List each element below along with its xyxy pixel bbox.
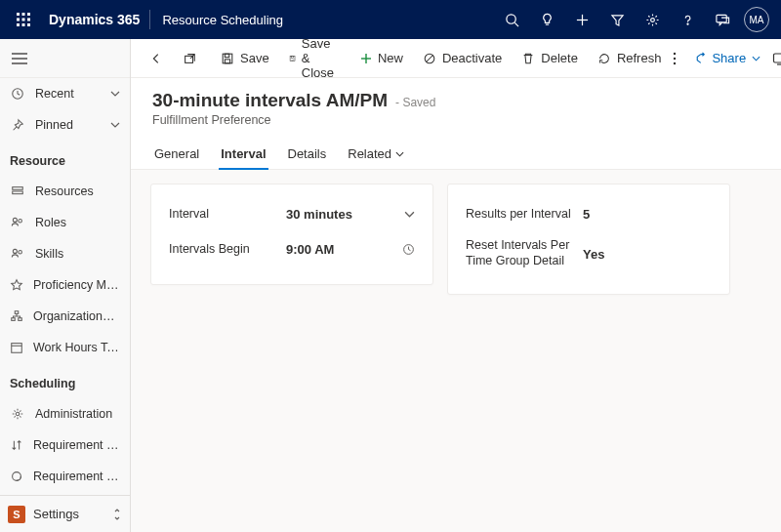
field-label: Reset Intervals Per Time Group Detail	[466, 238, 583, 268]
sidebar-item-pinned[interactable]: Pinned	[0, 109, 130, 141]
svg-rect-16	[717, 15, 726, 22]
org-icon	[10, 308, 23, 324]
sidebar-item-work-hours[interactable]: Work Hours Temp…	[0, 332, 130, 363]
chevron-down-icon	[110, 122, 120, 128]
refresh-button[interactable]: Refresh	[590, 43, 670, 74]
sidebar-item-roles[interactable]: Roles	[0, 207, 130, 238]
search-icon[interactable]	[494, 0, 529, 39]
field-intervals-begin[interactable]: Intervals Begin 9:00 AM	[169, 231, 415, 266]
assistant-icon[interactable]	[772, 43, 781, 74]
chevron-down-icon	[110, 91, 120, 97]
field-label: Interval	[169, 207, 286, 221]
tab-related[interactable]: Related	[346, 139, 406, 169]
sidebar-item-org-units[interactable]: Organizational Un…	[0, 301, 130, 332]
share-button[interactable]: Share	[684, 43, 768, 74]
people-icon	[10, 215, 25, 230]
svg-rect-4	[22, 19, 25, 21]
filter-icon[interactable]	[599, 0, 635, 39]
open-new-window-button[interactable]	[174, 43, 205, 74]
sidebar-item-administration[interactable]: Administration	[0, 398, 130, 430]
field-value: 5	[583, 207, 590, 222]
sidebar-section-scheduling: Scheduling	[0, 363, 130, 398]
sidebar-item-req-status[interactable]: Requirement Stat…	[0, 461, 130, 492]
command-bar: Save Save & Close New Deactivate Delete …	[131, 39, 781, 78]
chat-icon[interactable]	[705, 0, 740, 39]
plus-icon[interactable]	[564, 0, 599, 39]
svg-rect-8	[27, 23, 30, 26]
svg-rect-29	[19, 318, 22, 321]
entity-name: Fulfillment Preference	[152, 113, 760, 127]
sort-icon	[10, 437, 23, 453]
avatar[interactable]: MA	[744, 7, 769, 32]
new-button[interactable]: New	[352, 43, 411, 74]
sidebar-item-skills[interactable]: Skills	[0, 238, 130, 269]
form-section-left: Interval 30 minutes Intervals Begin 9:00…	[150, 184, 433, 285]
svg-point-23	[13, 218, 17, 222]
svg-rect-5	[27, 19, 30, 21]
field-label: Results per Interval	[466, 207, 583, 221]
svg-point-15	[686, 23, 687, 24]
lightbulb-icon[interactable]	[529, 0, 564, 39]
svg-rect-0	[17, 13, 20, 16]
global-nav: Dynamics 365 Resource Scheduling MA	[0, 0, 781, 39]
people-icon	[10, 246, 25, 262]
list-icon	[10, 184, 25, 199]
field-value: Yes	[583, 247, 604, 262]
form-header: 30-minute intervals AM/PM - Saved Fulfil…	[131, 78, 781, 127]
page-title: 30-minute intervals AM/PM	[152, 90, 388, 111]
svg-point-32	[16, 412, 20, 416]
main-area: Save Save & Close New Deactivate Delete …	[131, 39, 781, 532]
clock-icon	[402, 243, 415, 256]
overflow-button[interactable]	[673, 43, 677, 74]
svg-rect-22	[13, 191, 23, 194]
svg-point-14	[650, 18, 654, 21]
svg-rect-53	[774, 54, 781, 62]
tab-details[interactable]: Details	[286, 139, 329, 169]
svg-line-49	[426, 55, 432, 61]
sidebar-item-proficiency[interactable]: Proficiency Models	[0, 269, 130, 301]
svg-line-10	[514, 22, 518, 26]
svg-rect-2	[27, 13, 30, 16]
sidebar-toggle[interactable]	[0, 39, 130, 78]
status-icon	[10, 469, 23, 484]
sidebar: Recent Pinned Resource Resources Roles S…	[0, 39, 131, 532]
save-button[interactable]: Save	[213, 43, 277, 74]
field-interval[interactable]: Interval 30 minutes	[169, 196, 415, 231]
back-button[interactable]	[141, 43, 172, 74]
tab-interval[interactable]: Interval	[219, 139, 267, 169]
field-reset-intervals[interactable]: Reset Intervals Per Time Group Detail Ye…	[466, 231, 712, 276]
svg-rect-30	[12, 344, 22, 353]
svg-point-9	[506, 14, 514, 22]
sidebar-item-resources[interactable]: Resources	[0, 176, 130, 207]
star-icon	[10, 277, 23, 293]
app-name[interactable]: Resource Scheduling	[150, 13, 295, 27]
form-section-right: Results per Interval 5 Reset Intervals P…	[447, 184, 730, 295]
field-value: 30 minutes	[286, 207, 352, 222]
area-label: Settings	[33, 507, 79, 521]
tab-general[interactable]: General	[152, 139, 201, 169]
gear-icon[interactable]	[635, 0, 670, 39]
delete-button[interactable]: Delete	[514, 43, 586, 74]
svg-rect-28	[12, 318, 16, 321]
app-launcher-icon[interactable]	[8, 13, 39, 26]
product-name[interactable]: Dynamics 365	[39, 12, 149, 27]
pin-icon	[10, 117, 25, 133]
field-label: Intervals Begin	[169, 242, 286, 256]
svg-rect-43	[225, 59, 229, 62]
svg-point-26	[19, 251, 22, 255]
calendar-icon	[10, 340, 23, 355]
save-close-button[interactable]: Save & Close	[281, 43, 349, 74]
sidebar-item-recent[interactable]: Recent	[0, 78, 130, 109]
deactivate-button[interactable]: Deactivate	[415, 43, 510, 74]
area-switcher[interactable]: S Settings	[0, 495, 130, 532]
save-status: - Saved	[395, 96, 435, 109]
sidebar-item-req-priority[interactable]: Requirement Prior…	[0, 430, 130, 461]
field-results-per-interval[interactable]: Results per Interval 5	[466, 196, 712, 231]
chevron-updown-icon	[112, 508, 122, 521]
sidebar-item-label: Pinned	[35, 118, 73, 132]
gear-icon	[10, 406, 25, 422]
svg-rect-41	[223, 54, 232, 63]
svg-rect-45	[291, 56, 293, 58]
help-icon[interactable]	[670, 0, 705, 39]
svg-rect-1	[22, 13, 25, 16]
